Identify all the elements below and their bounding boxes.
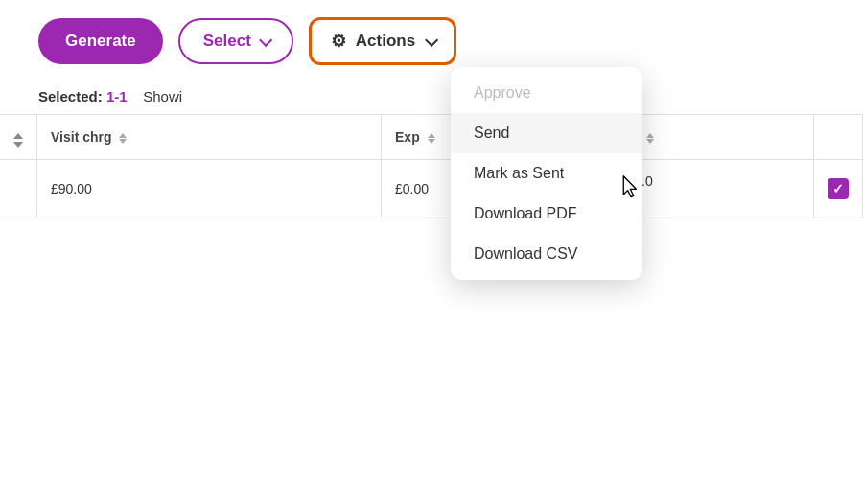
dropdown-item-send[interactable]: Send [451,113,642,153]
dropdown-item-download-pdf[interactable]: Download PDF [451,194,642,234]
sort-icon-tot [646,133,654,144]
actions-button[interactable]: ⚙ Actions [309,17,456,65]
expand-up-icon [13,133,23,139]
download-pdf-label: Download PDF [474,205,577,221]
sort-icon-visit-chrg [119,133,127,144]
sort-icon-exp [428,133,435,144]
table-header-row: Visit chrg Exp Tot [0,115,863,160]
col-checkbox [814,115,863,160]
status-bar: Selected: 1-1 Showi [0,82,863,114]
row-expand-cell [0,160,37,218]
table-area: Visit chrg Exp Tot [0,114,863,218]
data-table: Visit chrg Exp Tot [0,115,863,218]
col-visit-chrg[interactable]: Visit chrg [37,115,382,160]
showing-label: Showi [143,88,182,104]
approve-label: Approve [474,84,531,101]
dropdown-item-download-csv[interactable]: Download CSV [451,234,642,274]
col-expand [0,115,37,160]
mark-sent-label: Mark as Sent [474,165,564,181]
gear-icon: ⚙ [331,31,346,52]
selected-value: 1-1 [106,88,128,104]
col-exp-label: Exp [395,129,420,145]
download-csv-label: Download CSV [474,245,578,262]
expand-icon[interactable] [13,133,23,148]
select-label: Select [203,32,251,51]
selected-label: Selected: [38,88,103,104]
chevron-down-icon [259,34,272,47]
row-checkbox[interactable] [828,178,849,199]
generate-button[interactable]: Generate [38,18,163,64]
dropdown-item-mark-sent[interactable]: Mark as Sent [451,153,642,194]
col-visit-chrg-label: Visit chrg [51,129,112,145]
toolbar: Generate Select ⚙ Actions [0,0,863,82]
chevron-down-icon [425,34,438,47]
table-row: £90.00 £0.00 £90.00 [0,160,863,218]
dropdown-item-approve: Approve [451,73,642,113]
send-label: Send [474,125,509,141]
actions-label: Actions [356,32,415,51]
actions-dropdown: Approve Send Mark as Sent Download PDF D… [451,67,642,280]
expand-down-icon [13,142,23,148]
row-visit-chrg: £90.00 [37,160,382,218]
select-button[interactable]: Select [178,18,293,64]
row-checkbox-cell[interactable] [814,160,863,218]
